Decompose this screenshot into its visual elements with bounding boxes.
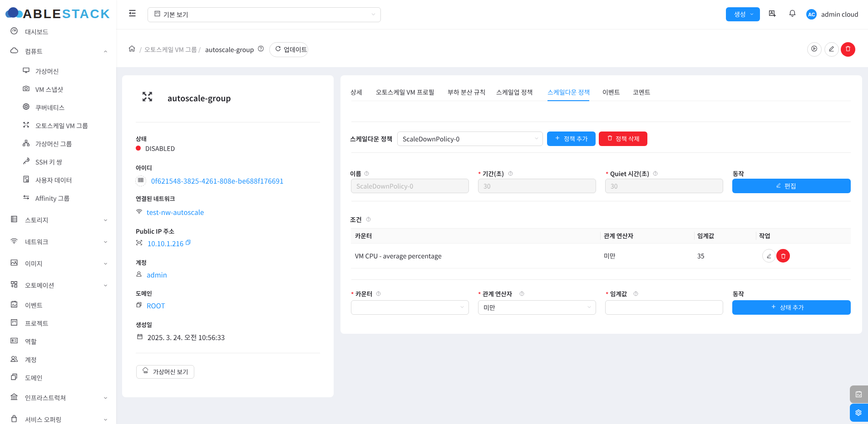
svg-text:ABLESTACK: ABLESTACK bbox=[23, 7, 111, 21]
